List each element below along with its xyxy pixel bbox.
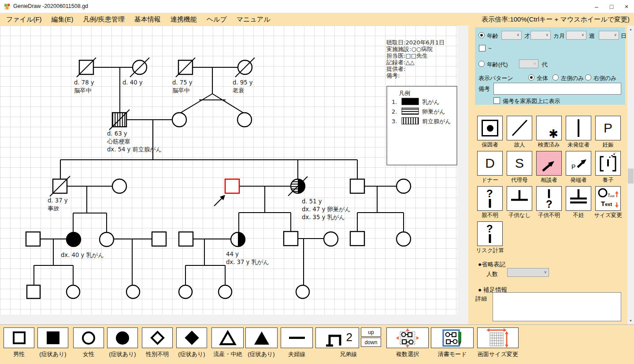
panel-scrollbar[interactable]: ▲ ▼ (627, 26, 634, 324)
sibling-up-button[interactable]: up (361, 327, 381, 337)
pedigree-symbol-proband-red-square[interactable] (214, 179, 239, 206)
carrier-button[interactable] (477, 116, 503, 140)
age-decade-combo[interactable] (519, 59, 538, 68)
pedigree-symbol-g1-grandmother2[interactable] (235, 58, 255, 77)
pedigree-symbol-g5-girl5[interactable] (296, 285, 309, 298)
pedigree-symbol-g4-cousin-male[interactable] (350, 232, 364, 246)
scroll-down-arrow[interactable]: ▼ (627, 317, 634, 324)
svg-text:心筋梗塞: 心筋梗塞 (107, 138, 130, 145)
age-range-checkbox[interactable] (479, 45, 486, 51)
scroll-thumb[interactable] (628, 169, 634, 184)
pattern-right-radio[interactable] (585, 74, 591, 81)
female-affected-button[interactable] (107, 327, 138, 348)
pattern-left-radio[interactable] (552, 74, 559, 81)
age-months-combo[interactable] (530, 31, 551, 40)
pedigree-canvas[interactable]: d. 78 y 脳卒中 d. 40 y d. 75 y 脳卒中 d. 95 y … (0, 26, 457, 315)
svg-text:聴取日:2020年6月1日: 聴取日:2020年6月1日 (386, 39, 445, 46)
close-button[interactable]: × (619, 0, 634, 13)
pedigree-symbol-g2-twin2[interactable] (237, 113, 252, 127)
detail-textarea[interactable] (493, 292, 621, 321)
pedigree-symbol-g1-grandmother1[interactable] (130, 58, 149, 77)
risk-calc-label: リスク計算 (475, 247, 505, 254)
pedigree-symbol-g5-girl1[interactable] (67, 285, 80, 298)
pattern-whole-radio[interactable] (528, 74, 534, 81)
pedigree-symbol-g3-son2[interactable] (350, 179, 364, 193)
clean-mode-button[interactable] (431, 327, 474, 348)
pedigree-symbol-g4-husband1[interactable] (26, 232, 40, 246)
donor-label: ドナー (475, 176, 505, 184)
show-memo-checkbox[interactable] (493, 97, 500, 104)
sibling-line-button[interactable]: 2 (315, 327, 359, 348)
age-decade-radio[interactable] (478, 61, 485, 67)
pedigree-symbol-g4-breast-cancer[interactable] (67, 232, 81, 246)
age-days-combo[interactable] (599, 31, 619, 40)
count-combo[interactable] (507, 268, 549, 277)
menu-edit[interactable]: 編集(E) (47, 15, 78, 24)
minimize-button[interactable]: – (589, 0, 604, 13)
female-button[interactable] (73, 327, 104, 348)
pedigree-symbol-g4-sister[interactable] (100, 232, 114, 246)
risk-calc-button[interactable]: ? (477, 221, 503, 246)
range-tilde-label: ~ (488, 45, 492, 51)
app-icon (4, 3, 11, 10)
pregnancy-button[interactable]: P (595, 116, 621, 140)
age-years-combo[interactable] (501, 31, 522, 40)
pedigree-symbol-g2-father-prostate[interactable] (109, 110, 130, 130)
unknown-affected-button[interactable] (176, 327, 207, 348)
pedigree-symbol-g3-son-deceased[interactable] (50, 176, 70, 196)
presymptomatic-button[interactable] (566, 116, 591, 140)
screen-resize-button[interactable] (477, 327, 519, 348)
pedigree-symbol-g4-brother-wife[interactable] (324, 232, 338, 246)
donor-button[interactable]: D (477, 151, 503, 176)
age-radio[interactable] (478, 32, 485, 38)
male-button[interactable] (4, 327, 34, 348)
infertility-icon (566, 187, 591, 210)
sibling-down-button[interactable]: down (361, 338, 381, 347)
tested-button[interactable]: ✱ (536, 116, 562, 140)
proband-button[interactable]: P (566, 151, 591, 176)
age-weeks-combo[interactable] (566, 31, 586, 40)
menu-legend-disease[interactable]: 凡例/疾患管理 (78, 15, 130, 24)
infertility-button[interactable] (566, 186, 591, 211)
male-affected-button[interactable] (37, 327, 68, 348)
pedigree-symbol-g5-girl3[interactable] (179, 285, 192, 298)
scroll-up-arrow[interactable]: ▲ (627, 26, 634, 33)
deceased-button[interactable] (507, 116, 532, 140)
resize-button[interactable]: Text Text (595, 186, 621, 211)
pedigree-symbol-g4-sister-husband[interactable] (152, 232, 166, 246)
adopted-button[interactable] (595, 151, 621, 176)
maximize-button[interactable]: □ (604, 0, 619, 13)
menu-manual[interactable]: マニュアル (232, 15, 275, 24)
multi-select-button[interactable] (386, 327, 429, 348)
pedigree-symbol-g3-wife[interactable] (112, 179, 126, 193)
consultand-button[interactable] (536, 151, 562, 176)
memo-input[interactable] (493, 83, 621, 95)
pedigree-symbol-g4-husband2[interactable] (179, 232, 193, 246)
pedigree-symbol-g2-twin1[interactable] (172, 113, 186, 127)
surrogate-button[interactable]: S (507, 151, 532, 176)
pedigree-symbol-g1-grandfather1[interactable] (77, 58, 96, 77)
pedigree-symbol-g3-son2-wife[interactable] (397, 179, 411, 193)
pedigree-symbol-g1-grandfather2[interactable] (176, 58, 195, 77)
no-children-button[interactable] (507, 186, 532, 211)
pedigree-symbol-g4-half-affected[interactable] (231, 232, 245, 246)
miscarriage-affected-button[interactable] (245, 327, 278, 348)
pedigree-symbol-g3-daughter-affected[interactable] (288, 176, 308, 196)
unknown-sex-button[interactable] (142, 327, 173, 348)
children-unknown-button[interactable]: ? (536, 186, 562, 211)
menu-help[interactable]: ヘルプ (202, 15, 232, 24)
parent-unknown-button[interactable]: ? (477, 186, 503, 211)
pedigree-symbol-g5-boy[interactable] (27, 285, 40, 298)
menu-basic-info[interactable]: 基本情報 (130, 15, 166, 24)
pedigree-symbol-g5-girl4[interactable] (219, 285, 232, 298)
age-radio-label: 年齢 (487, 32, 498, 40)
svg-text:P: P (571, 163, 575, 170)
pedigree-symbol-g4-brother[interactable] (284, 232, 298, 246)
pedigree-symbol-g5-girl2[interactable] (126, 285, 140, 298)
pedigree-symbol-g4-cousin-female[interactable] (397, 232, 411, 246)
canvas-legend-box[interactable]: 凡例 1. 乳がん 2. 卵巣がん 3. 前立腺がん (387, 86, 457, 165)
menu-file[interactable]: ファイル(F) (1, 15, 47, 24)
menu-link-functions[interactable]: 連携機能 (166, 15, 202, 24)
miscarriage-button[interactable] (211, 327, 244, 348)
couple-line-button[interactable] (281, 327, 313, 348)
